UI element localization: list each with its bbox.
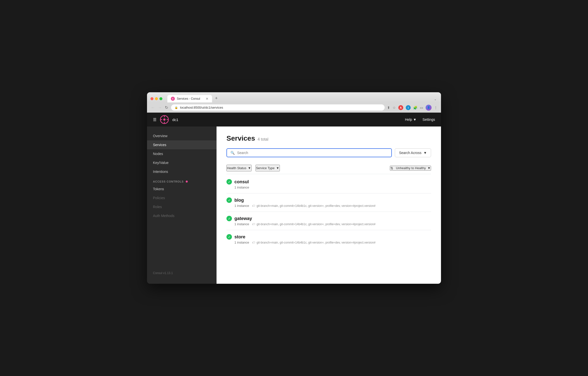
profile-avatar[interactable]: 👤 bbox=[426, 105, 432, 111]
sidebar-item-keyvalue[interactable]: Key/Value bbox=[147, 158, 217, 167]
sidebar-nav: Overview Services Nodes Key/Value Intent… bbox=[147, 131, 217, 267]
service-item-gateway[interactable]: ✓ gateway 1 instance 🏷 git-branch=main, … bbox=[226, 212, 431, 230]
topbar-right: Help ▼ Settings bbox=[405, 118, 435, 122]
sidebar: Overview Services Nodes Key/Value Intent… bbox=[147, 126, 217, 284]
sidebar-icon[interactable]: ▭ bbox=[420, 106, 423, 110]
sort-lines-icon: ⇅ bbox=[390, 166, 393, 170]
back-button[interactable]: ← bbox=[150, 105, 155, 110]
sidebar-label-policies: Policies bbox=[153, 196, 165, 200]
service-name-row-gateway: ✓ gateway bbox=[226, 216, 431, 221]
access-controls-label: ACCESS CONTROLS bbox=[147, 176, 217, 185]
search-icon: 🔍 bbox=[230, 151, 235, 155]
tag-icon-gateway: 🏷 bbox=[252, 222, 255, 226]
sidebar-label-intentions: Intentions bbox=[153, 170, 168, 174]
help-label: Help bbox=[405, 118, 412, 122]
sidebar-label-nodes: Nodes bbox=[153, 152, 163, 156]
sidebar-label-keyvalue: Key/Value bbox=[153, 161, 169, 165]
health-status-label: Health Status bbox=[227, 166, 246, 170]
traffic-lights bbox=[150, 97, 162, 100]
bookmark-icon[interactable]: ☆ bbox=[393, 106, 396, 110]
health-icon-store: ✓ bbox=[226, 234, 232, 240]
service-type-filter-button[interactable]: Service Type ▼ bbox=[256, 165, 280, 171]
tab-close-button[interactable]: ✕ bbox=[206, 97, 209, 101]
url-text: localhost:8500/ui/dc1/services bbox=[180, 106, 223, 109]
sidebar-item-tokens[interactable]: Tokens bbox=[147, 185, 217, 193]
sidebar-item-services[interactable]: Services bbox=[147, 140, 217, 149]
close-button[interactable] bbox=[150, 97, 153, 100]
service-meta-store: 1 instance 🏷 git-branch=main, git-commit… bbox=[226, 241, 431, 244]
lock-icon: 🔒 bbox=[175, 106, 178, 109]
app-body: Overview Services Nodes Key/Value Intent… bbox=[147, 126, 441, 284]
tabs-dropdown-button[interactable]: ⌄ bbox=[433, 96, 438, 102]
datacenter-name: dc1 bbox=[172, 118, 178, 122]
service-item-blog[interactable]: ✓ blog 1 instance 🏷 git-branch=main, git… bbox=[226, 193, 431, 212]
sidebar-item-intentions[interactable]: Intentions bbox=[147, 167, 217, 176]
service-item-store[interactable]: ✓ store 1 instance 🏷 git-branch=main, gi… bbox=[226, 230, 431, 248]
health-icon-consul: ✓ bbox=[226, 179, 232, 185]
menu-icon[interactable]: ⋮ bbox=[434, 106, 438, 110]
sort-button[interactable]: ⇅ Unhealthy to Healthy ▼ bbox=[390, 166, 431, 171]
app-container: ☰ dc1 Help ▼ Settings bbox=[147, 113, 441, 284]
version-label: Consul v1.13.1 bbox=[147, 267, 217, 279]
sidebar-label-services: Services bbox=[153, 143, 166, 147]
active-tab[interactable]: C Services - Consul ✕ bbox=[167, 95, 212, 102]
url-bar[interactable]: 🔒 localhost:8500/ui/dc1/services bbox=[171, 104, 385, 111]
sidebar-label-auth-methods: Auth Methods bbox=[153, 214, 174, 218]
maximize-button[interactable] bbox=[159, 97, 162, 100]
service-meta-consul: 1 instance bbox=[226, 186, 431, 189]
sidebar-item-auth-methods: Auth Methods bbox=[147, 211, 217, 220]
tab-title: Services - Consul bbox=[177, 97, 204, 100]
health-status-chevron-icon: ▼ bbox=[248, 166, 251, 170]
search-across-chevron-icon: ▼ bbox=[423, 151, 427, 155]
svg-point-1 bbox=[163, 119, 166, 121]
app-topbar: ☰ dc1 Help ▼ Settings bbox=[147, 113, 441, 126]
new-tab-button[interactable]: + bbox=[214, 95, 219, 102]
service-meta-gateway: 1 instance 🏷 git-branch=main, git-commit… bbox=[226, 222, 431, 226]
service-tags-store: 🏷 git-branch=main, git-commit=14b4b1c, g… bbox=[252, 241, 375, 244]
tag-icon-store: 🏷 bbox=[252, 241, 255, 244]
tab-favicon: C bbox=[171, 97, 175, 101]
settings-button[interactable]: Settings bbox=[422, 118, 435, 122]
page-count: 4 total bbox=[257, 137, 268, 142]
service-name-row-store: ✓ store bbox=[226, 234, 431, 240]
sidebar-label-overview: Overview bbox=[153, 134, 167, 138]
service-meta-blog: 1 instance 🏷 git-branch=main, git-commit… bbox=[226, 204, 431, 208]
help-button[interactable]: Help ▼ bbox=[405, 118, 417, 122]
health-status-filter-button[interactable]: Health Status ▼ bbox=[226, 165, 252, 171]
share-icon[interactable]: ⬆ bbox=[387, 106, 390, 110]
search-across-button[interactable]: Search Across ▼ bbox=[395, 148, 431, 157]
service-instances-consul: 1 instance bbox=[234, 186, 249, 189]
service-instances-store: 1 instance bbox=[234, 241, 249, 244]
extension-red-icon[interactable]: A bbox=[398, 105, 403, 110]
service-name-blog: blog bbox=[234, 198, 244, 203]
access-controls-text: ACCESS CONTROLS bbox=[153, 180, 184, 183]
search-input[interactable] bbox=[237, 151, 388, 155]
title-bar: C Services - Consul ✕ + ⌄ bbox=[147, 92, 441, 102]
page-title: Services bbox=[226, 134, 255, 142]
service-name-store: store bbox=[234, 234, 245, 240]
service-type-label: Service Type bbox=[256, 166, 275, 170]
sidebar-item-overview[interactable]: Overview bbox=[147, 131, 217, 140]
minimize-button[interactable] bbox=[155, 97, 158, 100]
sidebar-item-nodes[interactable]: Nodes bbox=[147, 149, 217, 158]
service-item-consul[interactable]: ✓ consul 1 instance bbox=[226, 175, 431, 193]
service-tags-text-blog: git-branch=main, git-commit=14b4b1c, git… bbox=[257, 204, 375, 208]
sidebar-label-roles: Roles bbox=[153, 205, 162, 209]
puzzle-icon[interactable]: 🧩 bbox=[413, 106, 417, 110]
browser-window: C Services - Consul ✕ + ⌄ ← → ↻ 🔒 localh… bbox=[147, 92, 441, 284]
service-instances-gateway: 1 instance bbox=[234, 222, 249, 226]
service-tags-text-store: git-branch=main, git-commit=14b4b1c, git… bbox=[257, 241, 375, 244]
forward-button[interactable]: → bbox=[157, 105, 162, 110]
search-box[interactable]: 🔍 bbox=[226, 148, 392, 157]
hamburger-icon[interactable]: ☰ bbox=[153, 117, 156, 122]
browser-actions: ⬆ ☆ A i 🧩 ▭ 👤 ⋮ bbox=[387, 105, 438, 111]
consul-logo-icon bbox=[160, 115, 169, 124]
access-control-dot-icon bbox=[186, 181, 188, 183]
reload-button[interactable]: ↻ bbox=[164, 105, 169, 110]
filter-row: Health Status ▼ Service Type ▼ ⇅ Unhealt… bbox=[226, 162, 431, 174]
extension-blue-icon[interactable]: i bbox=[406, 105, 411, 110]
service-list: ✓ consul 1 instance ✓ blog bbox=[226, 175, 431, 248]
service-name-row: ✓ consul bbox=[226, 179, 431, 185]
tag-icon-blog: 🏷 bbox=[252, 204, 255, 208]
service-type-chevron-icon: ▼ bbox=[276, 166, 279, 170]
